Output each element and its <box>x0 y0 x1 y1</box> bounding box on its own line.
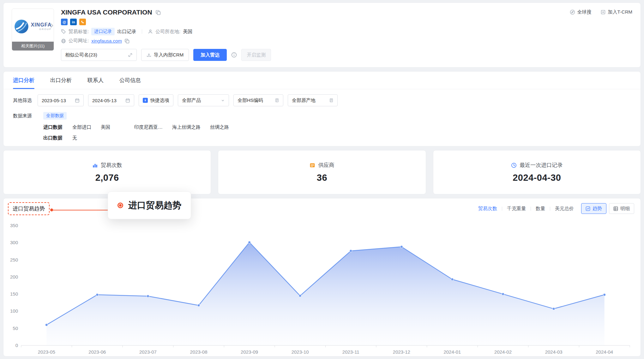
company-logo[interactable]: XINGFA GROUP 相关图片(11) <box>12 9 54 51</box>
stat-suppliers-header: 供应商 <box>310 162 334 169</box>
tag-icon <box>61 29 66 34</box>
other-filters-label: 其他筛选 <box>13 97 32 103</box>
join-tcrm-label: 加入T-CRM <box>608 9 633 15</box>
view-trend-label: 趋势 <box>593 206 602 212</box>
website-label: 公司网址: <box>69 38 89 44</box>
metric-quantity[interactable]: 数量 <box>536 206 545 212</box>
import-option-all[interactable]: 全部进口 <box>72 124 91 130</box>
all-origin-value: 全部原产地 <box>292 97 316 103</box>
export-data-label: 出口数据 <box>43 135 72 141</box>
import-icon <box>147 53 151 57</box>
email-icon[interactable]: @ <box>61 19 68 25</box>
import-crm-button[interactable]: 导入内部CRM <box>141 49 189 61</box>
join-tcrm-link[interactable]: 加入T-CRM <box>600 9 633 15</box>
annotation-callout: 进口贸易趋势 <box>108 191 191 219</box>
target-icon <box>117 203 123 208</box>
supplier-icon <box>310 162 315 168</box>
svg-text:100: 100 <box>10 308 18 314</box>
trend-chart-card: 进口贸易趋势 进口贸易趋势 贸易次数 千克重量 数量 美元总价 趋势 <box>3 198 641 356</box>
view-trend-button[interactable]: 趋势 <box>581 203 606 214</box>
divider <box>550 207 550 211</box>
metric-kg-weight[interactable]: 千克重量 <box>507 206 526 212</box>
metric-usd-total[interactable]: 美元总价 <box>555 206 574 212</box>
global-search-link[interactable]: 全球搜 <box>570 9 592 15</box>
related-images-label[interactable]: 相关图片(11) <box>12 42 54 50</box>
export-data-value: 无 <box>72 135 77 141</box>
person-icon <box>148 29 153 34</box>
carousel-next-icon[interactable] <box>50 23 53 28</box>
company-header-left: XINGFA GROUP 相关图片(11) XINGFA USA CORPORA… <box>12 9 271 62</box>
svg-text:2023-12: 2023-12 <box>393 349 410 355</box>
data-source-label: 数据来源 <box>13 113 43 119</box>
copy-website-icon[interactable] <box>124 38 129 44</box>
import-option-silk-road[interactable]: 丝绸之路 <box>210 124 229 130</box>
divider <box>531 207 531 211</box>
date-to-input[interactable]: 2024-05-13 <box>88 94 134 106</box>
svg-text:300: 300 <box>10 240 18 245</box>
svg-text:2023-06: 2023-06 <box>88 349 106 355</box>
social-icons-row: @ in <box>61 19 271 25</box>
page: XINGFA GROUP 相关图片(11) XINGFA USA CORPORA… <box>0 0 644 359</box>
svg-text:2024-02: 2024-02 <box>494 349 512 355</box>
add-radar-button[interactable]: 加入雷达 <box>193 49 227 61</box>
all-hs-code-select[interactable]: 全部HS编码 <box>233 94 283 106</box>
view-toggle-group: 趋势 明细 <box>581 203 634 214</box>
chart-controls: 贸易次数 千克重量 数量 美元总价 趋势 明细 <box>478 203 634 214</box>
date-from-value: 2023-05-13 <box>42 98 66 103</box>
calendar-icon <box>75 98 80 103</box>
start-monitoring-button[interactable]: 开启监测 <box>241 49 271 61</box>
website-link[interactable]: xingfausa.com <box>91 38 122 44</box>
stat-card-last-import: 最近一次进口记录 2024-04-30 <box>433 150 641 194</box>
svg-text:2024-04: 2024-04 <box>596 349 613 355</box>
tab-export-analysis[interactable]: 出口分析 <box>50 72 72 89</box>
trend-chart: 0501001502002503003502023-052023-062023-… <box>10 219 634 356</box>
stat-last-import-value: 2024-04-30 <box>513 173 561 183</box>
tab-bar: 进口分析 出口分析 联系人 公司信息 <box>3 72 641 89</box>
tab-contacts[interactable]: 联系人 <box>87 72 104 89</box>
svg-text:250: 250 <box>10 257 18 262</box>
annotation-line <box>52 210 108 210</box>
stat-card-suppliers: 供应商 36 <box>218 150 426 194</box>
header-right-links: 全球搜 加入T-CRM <box>570 9 633 15</box>
import-data-row: 进口数据 全部进口 美国 印度尼西亚… 海上丝绸之路 丝绸之路 <box>13 124 631 130</box>
website-row: 公司网址: xingfausa.com <box>61 38 271 44</box>
stat-last-import-header: 最近一次进口记录 <box>511 162 563 169</box>
tab-company-info[interactable]: 公司信息 <box>119 72 141 89</box>
import-data-label: 进口数据 <box>43 124 72 130</box>
info-icon[interactable] <box>231 52 237 58</box>
annotation-callout-text: 进口贸易趋势 <box>128 199 181 211</box>
stat-last-import-label: 最近一次进口记录 <box>520 162 563 169</box>
all-products-select[interactable]: 全部产品 <box>178 94 229 106</box>
all-origin-select[interactable]: 全部原产地 <box>288 94 338 106</box>
trade-label: 贸易标签: <box>69 29 89 35</box>
trend-title-annotated: 进口贸易趋势 <box>8 202 50 215</box>
stat-suppliers-value: 36 <box>317 173 327 183</box>
tab-import-analysis[interactable]: 进口分析 <box>13 72 34 89</box>
svg-text:2023-05: 2023-05 <box>38 349 55 355</box>
date-from-input[interactable]: 2023-05-13 <box>38 94 84 106</box>
svg-text:150: 150 <box>10 291 18 297</box>
metric-trade-count[interactable]: 贸易次数 <box>478 206 497 212</box>
all-hs-code-value: 全部HS编码 <box>238 97 263 103</box>
bar-chart-icon <box>92 162 98 168</box>
tag-import-records: 进口记录 <box>91 28 115 35</box>
filter-row: 其他筛选 2023-05-13 2024-05-13 快捷选项 <box>3 89 641 106</box>
svg-text:2024-01: 2024-01 <box>443 349 461 355</box>
global-search-label: 全球搜 <box>577 9 592 15</box>
import-option-maritime-silk-road[interactable]: 海上丝绸之路 <box>172 124 201 130</box>
svg-text:2023-11: 2023-11 <box>342 349 359 355</box>
copy-company-name-icon[interactable] <box>155 10 161 15</box>
all-products-value: 全部产品 <box>182 97 201 103</box>
view-detail-button[interactable]: 明细 <box>609 203 634 214</box>
import-option-indonesia[interactable]: 印度尼西亚… <box>134 124 163 130</box>
quick-options-button[interactable]: 快捷选项 <box>139 94 173 106</box>
similar-companies-button[interactable]: 相似公司名(23) <box>61 49 137 61</box>
phone-icon[interactable] <box>79 19 86 25</box>
linkedin-icon[interactable]: in <box>70 19 77 25</box>
xingfa-logo-icon <box>14 19 29 34</box>
stat-card-trades: 贸易次数 2,076 <box>3 150 211 194</box>
trade-tags-row: 贸易标签: 进口记录 出口记录 公司所在地: 美国 <box>61 28 271 35</box>
import-option-usa[interactable]: 美国 <box>101 124 110 130</box>
all-data-tag[interactable]: 全部数据 <box>43 112 67 120</box>
company-header-card: XINGFA GROUP 相关图片(11) XINGFA USA CORPORA… <box>3 3 641 68</box>
